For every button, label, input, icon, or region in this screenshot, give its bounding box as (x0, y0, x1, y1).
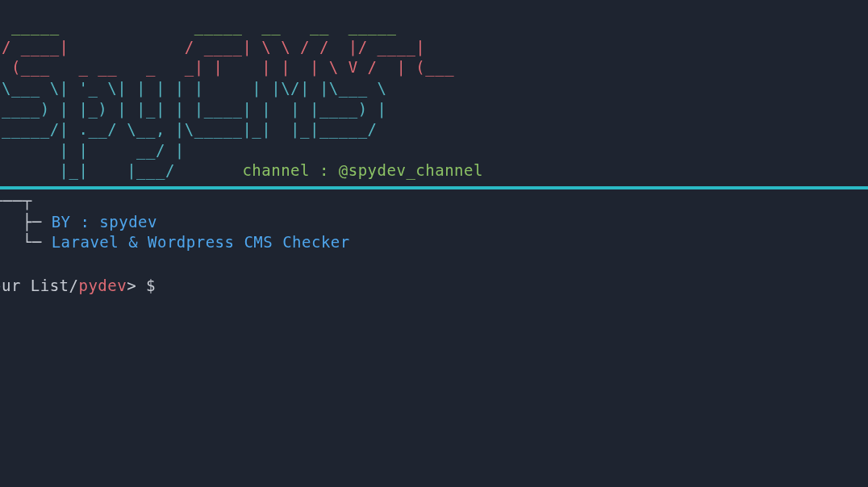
prompt-symbol: > $ (127, 277, 156, 294)
prompt-path: our List/ (0, 277, 78, 294)
info-section: ┬──┬ ├─ BY : spydev └─ Laravel & Wordpre… (0, 191, 868, 253)
tree-top: ┬──┬ (0, 191, 868, 212)
ascii-line-1: _____ _____ __ __ _____ (0, 16, 868, 37)
divider-line (0, 186, 868, 189)
ascii-line-5: ____) | |_) | |_| | |____| | | |____) | (0, 99, 868, 120)
ascii-line-2: / ____| / ____| \ \ / / |/ ____| (0, 37, 868, 58)
ascii-line-4: \___ \| '_ \| | | | | | |\/| |\___ \ (0, 78, 868, 99)
ascii-line-8: |_| |___/ channel : @spydev_channel (0, 160, 868, 181)
description-line: └─ Laravel & Wordpress CMS Checker (0, 232, 868, 253)
ascii-line-7: | | __/ | (0, 140, 868, 161)
ascii-line-3: | (___ _ __ _ _| | | | | \ V / | (___ (0, 57, 868, 78)
author-line: ├─ BY : spydev (0, 212, 868, 233)
prompt-dir: pydev (78, 277, 127, 294)
ascii-banner: _____ _____ __ __ _____ / ____| / ____| … (0, 16, 868, 181)
terminal-prompt[interactable]: our List/pydev> $ (0, 276, 868, 297)
ascii-line-6: |_____/| .__/ \__, |\_____|_| |_|_____/ (0, 119, 868, 140)
